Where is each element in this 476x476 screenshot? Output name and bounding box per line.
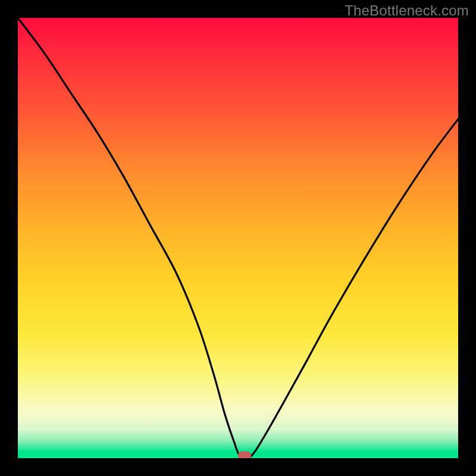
watermark-text: TheBottleneck.com xyxy=(345,2,469,19)
plot-area xyxy=(18,18,458,458)
optimal-point-marker xyxy=(238,452,251,458)
chart-frame: TheBottleneck.com xyxy=(0,0,476,476)
curve-svg xyxy=(18,18,458,458)
bottleneck-curve xyxy=(18,18,458,458)
